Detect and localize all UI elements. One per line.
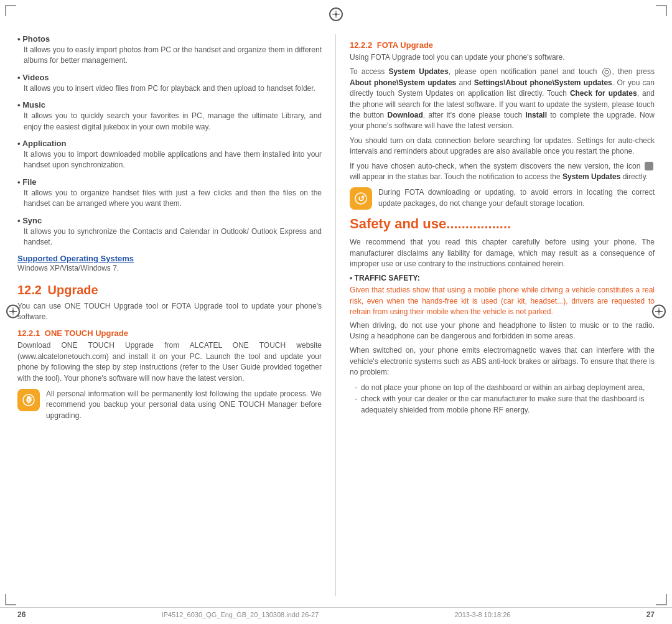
traffic-body2: When switched on, your phone emits elect… <box>350 345 655 378</box>
bullet-text-file: It allows you to organize handset files … <box>17 188 322 210</box>
fota-title: FOTA Upgrade <box>377 40 433 50</box>
bullet-text-sync: It allows you to synchronize the Contact… <box>17 226 322 248</box>
left-column: Photos It allows you to easily import ph… <box>17 34 336 596</box>
corner-tl <box>5 5 16 16</box>
page: Photos It allows you to easily import ph… <box>0 0 672 624</box>
bullet-label-music: Music <box>17 100 322 109</box>
bullet-music: Music It allows you to quickly search yo… <box>17 100 322 133</box>
bullet-label-videos: Videos <box>17 73 322 82</box>
bullet-videos: Videos It allows you to insert video fil… <box>17 73 322 94</box>
update-icon <box>645 162 653 170</box>
left-compass-icon <box>6 304 20 320</box>
corner-tr <box>656 5 667 16</box>
safety-title: Safety and use................. <box>350 216 655 232</box>
upgrade-section-heading: 12.2 Upgrade <box>17 283 322 297</box>
footer-filename: IP4512_6030_QG_Eng_GB_20_130308.indd 26-… <box>162 611 319 618</box>
supported-os-section: Supported Operating Systems Windows XP/V… <box>17 254 322 274</box>
safety-intro: We recommend that you read this chapter … <box>350 237 655 269</box>
page-num-left: 26 <box>17 610 26 619</box>
corner-bl <box>5 594 16 605</box>
settings-icon <box>602 68 611 77</box>
warning-icon-right: ↺ <box>350 187 372 210</box>
fota-body3: If you have chosen auto-check, when the … <box>350 161 655 183</box>
bullet-photos: Photos It allows you to easily import ph… <box>17 34 322 67</box>
traffic-safety-label: TRAFFIC SAFETY: <box>355 274 420 282</box>
upgrade-section-title: Upgrade <box>48 283 98 297</box>
traffic-orange-text: Given that studies show that using a mob… <box>350 285 655 317</box>
warning-icon-left: ↺ <box>17 389 40 411</box>
bullet-label-file: File <box>17 177 322 187</box>
supported-os-text: Windows XP/Vista/Windows 7. <box>17 263 322 274</box>
main-content: Photos It allows you to easily import ph… <box>0 0 672 624</box>
bullet-label-sync: Sync <box>17 216 322 225</box>
bullet-application: Application It allows you to import down… <box>17 139 322 171</box>
top-compass-icon <box>329 7 343 23</box>
one-touch-title: ONE TOUCH Upgrade <box>45 328 128 338</box>
one-touch-num: 12.2.1 <box>17 328 40 338</box>
page-num-right: 27 <box>646 610 655 619</box>
fota-heading: 12.2.2 FOTA Upgrade <box>350 40 655 50</box>
svg-text:↺: ↺ <box>26 396 32 405</box>
fota-body1: To access System Updates, please open no… <box>350 67 655 131</box>
traffic-bullet: • <box>350 274 355 282</box>
traffic-label: • TRAFFIC SAFETY: <box>350 273 655 282</box>
one-touch-warning-text: All personal information will be permane… <box>46 389 322 421</box>
supported-os-heading: Supported Operating Systems <box>17 254 322 263</box>
one-touch-warning: ↺ All personal information will be perma… <box>17 389 322 421</box>
fota-intro: Using FOTA Upgrade tool you can update y… <box>350 52 655 63</box>
one-touch-body: Download ONE TOUCH Upgrade from ALCATEL … <box>17 340 322 384</box>
bullet-text-videos: It allows you to insert video files from… <box>17 83 322 94</box>
corner-br <box>656 594 667 605</box>
upgrade-section-num: 12.2 <box>17 283 42 297</box>
right-compass-icon <box>652 304 666 320</box>
upgrade-intro: You can use ONE TOUCH Upgrade tool or FO… <box>17 301 322 323</box>
bullet-text-application: It allows you to import downloaded mobil… <box>17 149 322 171</box>
list-item-airbag: do not place your phone on top of the da… <box>355 382 655 393</box>
bullet-text-photos: It allows you to easily import photos fr… <box>17 45 322 67</box>
bullet-text-music: It allows you to quickly search your fav… <box>17 111 322 133</box>
bullet-file: File It allows you to organize handset f… <box>17 177 322 210</box>
bullet-label-photos: Photos <box>17 34 322 44</box>
right-column: 12.2.2 FOTA Upgrade Using FOTA Upgrade t… <box>336 34 655 596</box>
list-item-shield: check with your car dealer or the car ma… <box>355 393 655 416</box>
footer-date: 2013-3-8 10:18:26 <box>454 611 510 618</box>
fota-warning-text: During FOTA downloading or updating, to … <box>378 187 655 209</box>
footer-bar: 26 IP4512_6030_QG_Eng_GB_20_130308.indd … <box>0 607 672 624</box>
traffic-safety-section: • TRAFFIC SAFETY: Given that studies sho… <box>350 273 655 415</box>
bullet-label-application: Application <box>17 139 322 148</box>
traffic-dash-list: do not place your phone on top of the da… <box>350 382 655 416</box>
svg-text:↺: ↺ <box>358 194 365 203</box>
traffic-body1: When driving, do not use your phone and … <box>350 320 655 342</box>
fota-body2: You should turn on data connection befor… <box>350 136 655 157</box>
fota-num: 12.2.2 <box>350 40 372 50</box>
fota-warning: ↺ During FOTA downloading or updating, t… <box>350 187 655 210</box>
bullet-sync: Sync It allows you to synchronize the Co… <box>17 216 322 248</box>
one-touch-heading: 12.2.1 ONE TOUCH Upgrade <box>17 328 322 338</box>
